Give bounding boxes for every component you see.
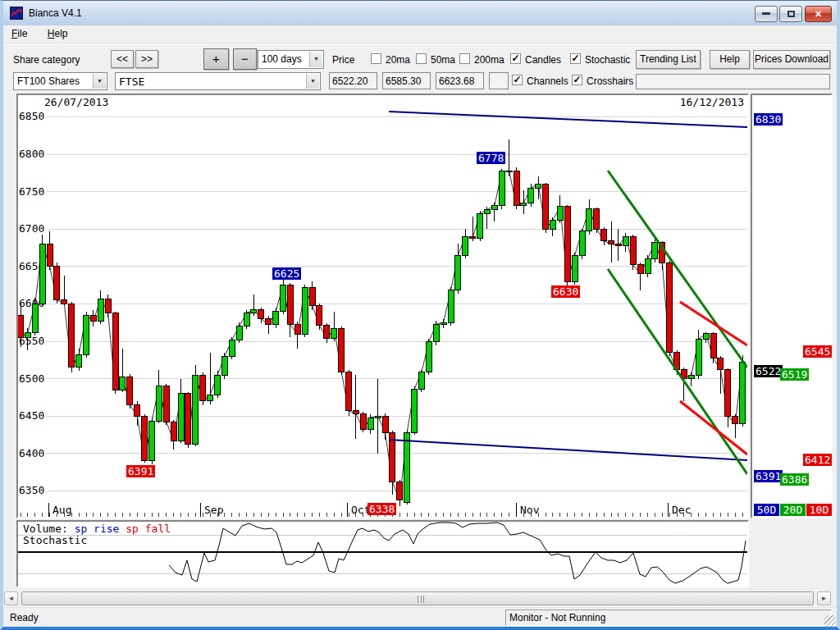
legend-50D: 50D	[754, 504, 779, 516]
checkbox-crosshairs-label: Crosshairs	[587, 75, 633, 87]
zoom-out-button[interactable]: −	[233, 48, 257, 70]
side-price-label: 6830	[754, 113, 783, 126]
scroll-right-icon[interactable]: ►	[817, 591, 831, 605]
app-window: Bianca V4.1 ✕ File Help Share category <…	[0, 0, 840, 630]
svg-text:6750: 6750	[19, 185, 44, 198]
back-button[interactable]: <<	[111, 50, 134, 68]
checkbox-200ma-label: 200ma	[474, 54, 504, 66]
checkbox-stochastic[interactable]: ✓	[570, 53, 581, 64]
svg-text:6500: 6500	[19, 372, 44, 385]
stochastic-label: Stochastic	[23, 534, 87, 546]
extra-price-field[interactable]	[489, 72, 509, 89]
share-select[interactable]: FTSE▼	[115, 72, 321, 90]
price-annotation: 6630	[551, 285, 580, 298]
price-annotation: 6778	[477, 152, 505, 164]
chevron-down-icon[interactable]: ▼	[93, 74, 106, 89]
side-price-label: 6391	[754, 470, 783, 482]
svg-text:6800: 6800	[19, 148, 44, 160]
prices-download-button[interactable]: Prices Download	[753, 50, 830, 69]
side-price-label: 6522	[754, 365, 783, 377]
checkbox-200ma[interactable]	[459, 53, 470, 64]
svg-text:6700: 6700	[19, 222, 44, 235]
price-label: Price	[332, 54, 354, 66]
last-price-field[interactable]	[329, 72, 377, 89]
side-price-label: 6519	[780, 368, 809, 381]
checkbox-50ma-label: 50ma	[431, 54, 455, 66]
sp-rise-label: sp rise	[75, 523, 120, 535]
monitor-status: Monitor - Not Running	[505, 609, 832, 626]
scrollbar-thumb[interactable]	[21, 591, 814, 605]
checkbox-20ma[interactable]	[371, 53, 381, 64]
checkbox-crosshairs[interactable]: ✓	[572, 75, 582, 85]
checkbox-channels-label: Channels	[527, 75, 568, 87]
menu-file[interactable]: File	[3, 25, 35, 39]
menu-bar: File Help	[3, 25, 837, 43]
svg-text:6850: 6850	[19, 110, 44, 122]
side-label-panel: 6830654565226519641263916386 50D20D10D	[751, 94, 833, 518]
checkbox-20ma-label: 20ma	[386, 54, 410, 66]
price-chart: 6850680067506700665066006550650064506400…	[18, 95, 747, 517]
maximize-button[interactable]	[779, 6, 802, 22]
checkbox-candles[interactable]: ✓	[510, 53, 521, 64]
chevron-down-icon[interactable]: ▼	[306, 74, 319, 89]
trending-list-button[interactable]: Trending List	[636, 50, 701, 69]
price-annotation: 6338	[368, 503, 396, 515]
chart-start-date: 26/07/2013	[44, 96, 108, 108]
menu-help[interactable]: Help	[39, 25, 76, 39]
message-field[interactable]	[636, 74, 830, 89]
svg-text:Nov: Nov	[520, 504, 540, 516]
volume-legend: Volume: sp rise sp fall Stochastic	[23, 523, 171, 546]
svg-text:Aug: Aug	[52, 504, 71, 516]
toolbar: Share category << >> + − 100 days▼ Price…	[3, 43, 837, 94]
mid-price-field[interactable]	[382, 72, 431, 89]
price-annotation: 6625	[272, 267, 301, 280]
svg-text:Dec: Dec	[672, 504, 691, 516]
zoom-in-button[interactable]: +	[203, 48, 229, 70]
svg-text:6400: 6400	[19, 447, 44, 459]
legend-10D: 10D	[806, 504, 832, 516]
checkbox-channels[interactable]: ✓	[512, 75, 523, 85]
close-button[interactable]: ✕	[805, 6, 832, 22]
side-price-label: 6412	[803, 454, 832, 466]
app-icon	[10, 7, 23, 20]
minimize-button[interactable]	[755, 6, 778, 22]
checkbox-stochastic-label: Stochastic	[585, 54, 630, 66]
share-category-label: Share category	[13, 54, 80, 66]
resize-grip[interactable]	[824, 615, 836, 627]
price-annotation: 6391	[126, 465, 155, 477]
svg-text:6350: 6350	[19, 484, 44, 496]
window-title: Bianca V4.1	[29, 7, 82, 19]
chevron-down-icon[interactable]: ▼	[309, 52, 322, 67]
period-select[interactable]: 100 days▼	[258, 50, 324, 69]
checkbox-50ma[interactable]	[416, 53, 427, 64]
horizontal-scrollbar[interactable]: ◄ ►	[3, 591, 837, 606]
forward-button[interactable]: >>	[135, 50, 158, 68]
scroll-left-icon[interactable]: ◄	[4, 591, 18, 605]
stochastic-panel: Volume: sp rise sp fall Stochastic	[16, 520, 749, 587]
svg-text:Sep: Sep	[204, 504, 224, 516]
chart-end-date: 16/12/2013	[680, 96, 744, 108]
svg-text:6450: 6450	[19, 409, 44, 422]
category-select[interactable]: FT100 Shares▼	[13, 72, 107, 90]
status-ready: Ready	[10, 612, 39, 623]
side-price-label: 6386	[780, 473, 809, 486]
title-bar: Bianca V4.1 ✕	[3, 1, 837, 25]
status-bar: Ready Monitor - Not Running	[3, 607, 837, 628]
help-button[interactable]: Help	[710, 50, 750, 69]
sp-fall-label: sp fall	[126, 523, 171, 535]
checkbox-candles-label: Candles	[525, 54, 561, 66]
price-chart-panel[interactable]: 6850680067506700665066006550650064506400…	[16, 94, 749, 518]
side-price-label: 6545	[803, 345, 832, 358]
legend-20D: 20D	[780, 504, 806, 516]
high-price-field[interactable]	[436, 72, 484, 89]
